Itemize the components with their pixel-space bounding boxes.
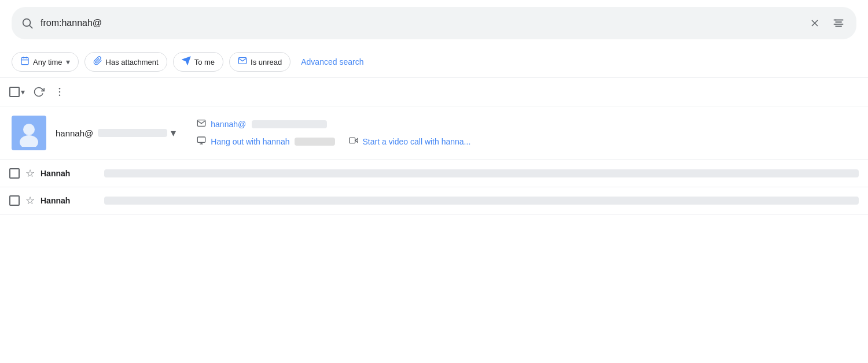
attachment-icon [93,56,102,68]
contact-email-action[interactable]: hannah@ [197,118,470,130]
svg-line-1 [30,25,32,28]
filter-chip-has-attachment[interactable]: Has attachment [84,52,167,72]
search-icon [21,17,34,29]
filter-chip-to-me[interactable]: To me [173,52,223,72]
svg-marker-17 [182,57,190,64]
svg-point-21 [23,124,35,135]
more-options-button[interactable] [50,83,69,101]
filter-chip-is-unread-label: Is unread [251,58,282,66]
contact-avatar [12,116,46,150]
toolbar: ▾ [0,78,868,106]
hangout-icon [197,136,206,147]
svg-point-22 [20,135,38,147]
search-clear-button[interactable] [807,15,823,31]
contact-actions: hannah@ Hang out with hannah [197,118,470,147]
svg-point-10 [836,24,837,25]
checkbox-box [9,87,20,97]
hangout-action[interactable]: Hang out with hannah [197,136,334,147]
contact-hangout-row: Hang out with hannah Start a video call … [197,136,470,147]
video-call-label: Start a video call with hanna... [363,137,471,146]
hangout-label: Hang out with hannah [211,137,289,146]
svg-point-11 [841,26,842,27]
email-checkbox-1[interactable] [9,168,20,179]
filter-chip-has-attachment-label: Has attachment [106,58,159,66]
contact-name-row: hannah@ ▾ [56,127,176,139]
svg-rect-27 [349,138,355,143]
email-checkbox-2[interactable] [9,195,20,206]
chevron-down-icon: ▾ [66,57,70,66]
filter-chip-any-time-label: Any time [33,58,62,66]
svg-rect-23 [198,137,205,142]
hangout-name-blurred [295,138,335,146]
email-sender-2: Hannah [41,196,98,205]
mail-icon [238,56,247,68]
contact-email-label: hannah@ [211,120,246,129]
email-list-item-1[interactable]: ☆ Hannah [0,160,868,187]
calendar-icon [20,56,30,68]
refresh-button[interactable] [30,83,48,101]
search-bar [12,7,856,39]
email-star-2[interactable]: ☆ [25,194,35,207]
svg-marker-26 [355,139,358,143]
email-list-item-2[interactable]: ☆ Hannah [0,187,868,214]
email-sender-1: Hannah [41,169,98,178]
select-dropdown-chevron[interactable]: ▾ [21,87,25,97]
contact-mail-icon [197,118,206,130]
video-icon [349,136,358,147]
contact-card: hannah@ ▾ hannah@ [0,106,868,160]
svg-point-20 [59,95,61,97]
filter-chip-is-unread[interactable]: Is unread [229,52,290,72]
contact-name-blurred [98,129,167,137]
filter-chip-to-me-label: To me [194,58,215,66]
svg-point-19 [59,91,61,93]
advanced-search-link[interactable]: Advanced search [301,57,363,66]
svg-rect-12 [21,58,28,65]
video-call-action[interactable]: Start a video call with hanna... [349,136,471,147]
contact-email-blurred [252,120,327,128]
filter-bar: Any time ▾ Has attachment To me Is un [0,46,868,78]
svg-point-18 [59,88,61,90]
select-all-checkbox[interactable]: ▾ [9,87,25,97]
contact-dropdown-arrow[interactable]: ▾ [171,127,176,139]
email-body-blurred-2 [104,197,859,205]
svg-point-9 [841,21,842,23]
filter-chip-any-time[interactable]: Any time ▾ [12,52,79,72]
svg-point-0 [23,19,31,27]
search-input[interactable] [41,18,800,28]
search-filter-button[interactable] [830,14,847,32]
contact-name: hannah@ [56,128,93,138]
email-body-blurred-1 [104,169,859,177]
send-icon [182,56,191,68]
email-star-1[interactable]: ☆ [25,167,35,180]
svg-point-8 [836,20,837,21]
